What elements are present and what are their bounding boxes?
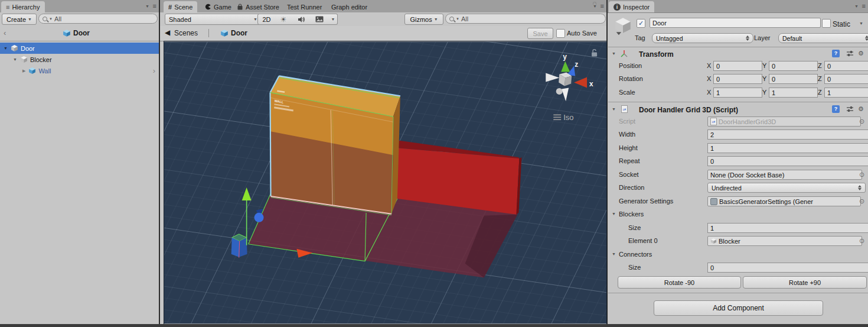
rotate-minus-90-label: Rotate -90 — [664, 279, 694, 286]
search-icon — [43, 17, 47, 21]
element0-object-field[interactable]: Blocker — [707, 236, 862, 246]
tab-dropdown-icon[interactable]: ▼ — [593, 4, 597, 8]
transform-foldout-icon[interactable]: ▼ — [612, 51, 616, 56]
width-field[interactable]: 2 — [707, 129, 868, 140]
repeat-field[interactable]: 0 — [707, 156, 868, 166]
static-checkbox[interactable] — [822, 19, 831, 28]
tab-graph-editor[interactable]: Graph editor — [327, 1, 372, 12]
width-label: Width — [619, 131, 635, 138]
direction-dropdown[interactable]: Undirected — [707, 183, 866, 193]
save-button[interactable]: Save — [527, 28, 553, 39]
foldout-open-icon[interactable]: ▼ — [4, 46, 8, 50]
effects-dropdown-button[interactable]: ▼ — [329, 14, 338, 25]
autosave-checkbox[interactable] — [556, 29, 565, 38]
shading-mode-dropdown[interactable]: Shaded ▼ — [165, 14, 262, 25]
breadcrumb-current-label[interactable]: Door — [231, 29, 247, 37]
connectors-size-label: Size — [628, 264, 641, 271]
axis-z-label: z — [575, 60, 578, 69]
gizmos-dropdown[interactable]: Gizmos ▼ — [404, 14, 443, 25]
scene-viewport[interactable]: WALL — [164, 41, 607, 325]
tab-asset-store[interactable]: Asset Store — [232, 1, 284, 12]
hierarchy-row-door[interactable]: ▼ Door — [0, 43, 159, 54]
prefab-expand-icon[interactable]: › — [153, 66, 155, 75]
help-icon[interactable]: ? — [832, 50, 840, 57]
hierarchy-breadcrumb-label[interactable]: Door — [73, 29, 90, 37]
gear-icon[interactable]: ⚙ — [858, 105, 864, 113]
blockers-size-field[interactable]: 1 — [707, 223, 868, 233]
presets-icon[interactable] — [846, 50, 854, 57]
foldout-closed-icon[interactable]: ▶ — [22, 69, 25, 73]
rotate-minus-90-button[interactable]: Rotate -90 — [618, 276, 741, 289]
position-x-field[interactable]: 0 — [713, 61, 762, 71]
tag-dropdown[interactable]: Untagged — [652, 33, 753, 43]
scale-x-field[interactable]: 1 — [713, 88, 762, 98]
create-button[interactable]: Create ▼ — [2, 14, 37, 25]
object-picker-icon[interactable]: ⊙ — [859, 237, 864, 245]
connectors-foldout-icon[interactable]: ▼ — [612, 252, 616, 256]
effects-toggle-button[interactable] — [310, 14, 329, 25]
hierarchy-search-input[interactable]: ▼ All — [38, 14, 158, 24]
tab-scene[interactable]: # Scene — [164, 1, 197, 12]
height-field[interactable]: 1 — [707, 143, 868, 153]
position-z-field[interactable]: 0 — [824, 61, 868, 71]
foldout-open-icon[interactable]: ▼ — [13, 57, 17, 61]
gameobject-name-field[interactable]: Door — [650, 18, 821, 28]
static-dropdown-icon[interactable]: ▼ — [859, 21, 863, 25]
object-picker-icon[interactable]: ⊙ — [859, 171, 864, 179]
tab-test-runner[interactable]: Test Runner — [282, 1, 327, 12]
audio-toggle-button[interactable] — [292, 14, 311, 25]
hierarchy-row-wall[interactable]: ▶ Wall › — [0, 65, 159, 76]
unity-editor-window: ≡ Hierarchy ▼ ≡ Create ▼ ▼ All ‹ Door — [0, 0, 868, 327]
window-bottom-edge — [0, 324, 868, 327]
rotation-z-field[interactable]: 0 — [824, 74, 868, 84]
rotation-y-field[interactable]: 0 — [769, 74, 818, 84]
active-checkbox[interactable]: ✓ — [637, 19, 645, 28]
socket-object-field[interactable]: None (Door Socket Base) — [707, 170, 862, 180]
object-picker-icon[interactable]: ⊙ — [859, 118, 864, 125]
position-y-field[interactable]: 0 — [769, 61, 818, 71]
script-object-field[interactable]: c# DoorHandlerGrid3D — [707, 116, 861, 127]
breadcrumb-root-label[interactable]: Scenes — [174, 29, 198, 37]
value: 2 — [710, 131, 714, 138]
scenes-back-icon[interactable]: ◀ — [165, 28, 170, 37]
object-picker-icon[interactable]: ⊙ — [859, 198, 864, 205]
tab-dropdown-icon[interactable]: ▼ — [854, 4, 859, 8]
tab-menu-icon[interactable]: ≡ — [601, 2, 604, 9]
height-label: Height — [619, 144, 638, 151]
scale-y-field[interactable]: 1 — [769, 88, 818, 98]
blockers-foldout-icon[interactable]: ▼ — [612, 212, 616, 216]
gear-icon[interactable]: ⚙ — [858, 50, 864, 57]
breadcrumb-back-icon[interactable]: ‹ — [4, 28, 6, 37]
presets-icon[interactable] — [846, 106, 854, 113]
script-component-title[interactable]: Door Handler Grid 3D (Script) — [639, 106, 738, 114]
hierarchy-row-blocker[interactable]: ▼ Blocker — [0, 54, 159, 65]
rotation-x-field[interactable]: 0 — [713, 74, 762, 84]
generator-settings-object-field[interactable]: BasicsGeneratorSettings (Gener — [707, 196, 861, 206]
gameobject-large-icon[interactable] — [613, 15, 633, 35]
2d-toggle-button[interactable]: 2D — [257, 14, 276, 25]
tab-menu-icon[interactable]: ≡ — [862, 2, 866, 9]
transform-title[interactable]: Transform — [639, 50, 674, 59]
hierarchy-search-value: All — [54, 15, 61, 22]
axis-x-label: x — [589, 80, 593, 88]
help-icon[interactable]: ? — [832, 105, 840, 113]
rotate-plus-90-button[interactable]: Rotate +90 — [743, 276, 867, 289]
tab-dropdown-icon[interactable]: ▼ — [145, 4, 149, 8]
popup-arrows-icon — [746, 35, 749, 41]
scale-z-field[interactable]: 1 — [824, 88, 868, 98]
direction-label: Direction — [619, 184, 644, 191]
scene-search-input[interactable]: ▼ All — [445, 14, 606, 24]
connectors-label[interactable]: Connectors — [619, 251, 652, 258]
add-component-button[interactable]: Add Component — [654, 300, 823, 316]
connectors-size-field[interactable]: 0 — [707, 263, 868, 273]
layer-dropdown[interactable]: Default — [778, 33, 868, 43]
tab-inspector[interactable]: i Inspector — [609, 1, 654, 12]
chevron-down-icon: ▼ — [434, 17, 438, 21]
script-component-foldout-icon[interactable]: ▼ — [612, 107, 616, 111]
test-runner-tab-label: Test Runner — [287, 4, 322, 11]
tab-hierarchy[interactable]: ≡ Hierarchy — [1, 1, 45, 12]
tab-game[interactable]: Game — [200, 1, 236, 12]
blockers-label[interactable]: Blockers — [619, 211, 644, 218]
tab-menu-icon[interactable]: ≡ — [153, 2, 156, 9]
lighting-toggle-button[interactable]: ☀ — [275, 14, 293, 25]
